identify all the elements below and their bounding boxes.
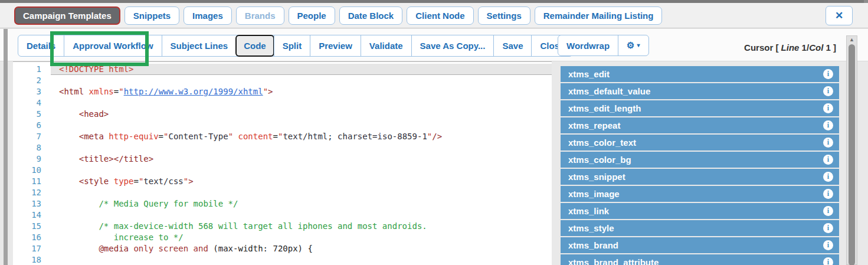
info-icon[interactable]: i [823, 86, 833, 96]
token-button-xtms-default-value[interactable]: xtms_default_valuei [561, 83, 839, 99]
code-line: 6 [13, 120, 552, 131]
token-sidebar: xtms_editixtms_default_valueixtms_edit_l… [561, 66, 839, 265]
line-content [51, 142, 552, 153]
token-label: xtms_style [568, 223, 614, 233]
token-label: xtms_repeat [568, 120, 620, 130]
token-label: xtms_image [568, 189, 620, 199]
wordwrap-button[interactable]: Wordwrap [558, 35, 618, 55]
tab-client-node[interactable]: Client Node [407, 6, 473, 25]
line-content: /* Media Query for mobile */ [51, 198, 552, 210]
tab-images[interactable]: Images [184, 6, 232, 25]
line-number: 13 [13, 198, 51, 210]
line-content [51, 97, 552, 109]
token-label: xtms_brand [568, 240, 618, 250]
settings-dropdown-button[interactable]: ⚙▾ [618, 35, 648, 55]
token-label: xtms_color_text [568, 138, 636, 148]
scroll-up-arrow-icon[interactable]: ▲ [847, 37, 857, 42]
token-button-xtms-link[interactable]: xtms_linki [561, 203, 839, 219]
code-line: 8 [13, 142, 552, 153]
save-as-copy-button[interactable]: Save As Copy... [411, 35, 494, 56]
code-button[interactable]: Code [235, 35, 274, 57]
subject-lines-button[interactable]: Subject Lines [162, 35, 237, 56]
split-button[interactable]: Split [274, 35, 310, 56]
code-line: 11 <style type="text/css"> [13, 176, 552, 187]
token-button-xtms-repeat[interactable]: xtms_repeati [561, 117, 839, 133]
line-number: 6 [13, 120, 51, 131]
line-content [51, 254, 552, 265]
line-number: 17 [13, 243, 51, 254]
line-content: <style type="text/css"> [51, 176, 552, 187]
line-number: 11 [13, 176, 51, 187]
info-icon[interactable]: i [823, 189, 833, 199]
token-button-xtms-brand[interactable]: xtms_brandi [561, 237, 839, 253]
close-icon[interactable]: ✕ [826, 6, 853, 25]
info-icon[interactable]: i [823, 172, 833, 182]
tab-remainder-mailing-listing[interactable]: Remainder Mailing Listing [535, 6, 663, 25]
info-icon[interactable]: i [823, 138, 833, 148]
line-number: 2 [13, 75, 51, 86]
vertical-scrollbar[interactable]: ▲ [846, 35, 857, 265]
line-content: <meta http-equiv="Content-Type" content=… [51, 131, 552, 142]
code-line: 12 [13, 187, 552, 198]
window-edge-bar [4, 29, 8, 265]
info-icon[interactable]: i [823, 155, 833, 165]
info-icon[interactable]: i [823, 240, 833, 250]
tab-date-block[interactable]: Date Block [339, 6, 403, 25]
token-button-xtms-color-text[interactable]: xtms_color_texti [561, 135, 839, 151]
line-content [51, 187, 552, 198]
token-button-xtms-brand-attribute[interactable]: xtms_brand_attributei [561, 254, 839, 265]
line-number: 4 [13, 97, 51, 109]
info-icon[interactable]: i [823, 257, 833, 265]
line-number: 15 [13, 221, 51, 232]
token-button-xtms-snippet[interactable]: xtms_snippeti [561, 169, 839, 185]
token-label: xtms_default_value [568, 86, 650, 96]
tab-snippets[interactable]: Snippets [125, 6, 179, 25]
code-line: 17 @media only screen and (max-width: 72… [13, 243, 552, 254]
info-icon[interactable]: i [823, 103, 833, 113]
token-label: xtms_brand_attribute [568, 257, 659, 265]
code-line: 10 [13, 165, 552, 176]
line-number: 9 [13, 153, 51, 165]
wordwrap-group: Wordwrap ⚙▾ [558, 35, 649, 56]
token-button-xtms-edit[interactable]: xtms_editi [561, 66, 839, 82]
line-content: /* max-device-width 568 will target all … [51, 221, 552, 232]
line-number: 5 [13, 109, 51, 120]
info-icon[interactable]: i [823, 120, 833, 130]
line-number: 7 [13, 131, 51, 142]
tab-brands[interactable]: Brands [236, 6, 284, 25]
code-editor[interactable]: 1<!DOCTYPE html>23<html xmlns="http://ww… [13, 61, 552, 265]
line-content: <!DOCTYPE html> [51, 64, 552, 75]
token-button-xtms-image[interactable]: xtms_imagei [561, 186, 839, 202]
line-number: 1 [13, 64, 51, 75]
approval-workflow-button[interactable]: Approval Workflow [64, 35, 161, 56]
save-button[interactable]: Save [493, 35, 531, 56]
line-content [51, 210, 552, 221]
preview-button[interactable]: Preview [310, 35, 361, 56]
code-line: 4 [13, 97, 552, 109]
scrollbar-thumb[interactable] [849, 44, 855, 265]
code-line: 9 <title></title> [13, 153, 552, 165]
code-line: 5 <head> [13, 109, 552, 120]
token-button-xtms-style[interactable]: xtms_stylei [561, 220, 839, 236]
token-label: xtms_edit_length [568, 103, 641, 113]
token-label: xtms_link [568, 206, 609, 216]
info-icon[interactable]: i [823, 223, 833, 233]
token-label: xtms_color_bg [568, 155, 631, 165]
info-icon[interactable]: i [823, 206, 833, 216]
line-content: <title></title> [51, 153, 552, 165]
code-line: 13 /* Media Query for mobile */ [13, 198, 552, 210]
tab-campaign-templates[interactable]: Campaign Templates [14, 6, 120, 25]
line-number: 8 [13, 142, 51, 153]
token-button-xtms-color-bg[interactable]: xtms_color_bgi [561, 152, 839, 168]
tab-bar: Campaign TemplatesSnippetsImagesBrandsPe… [0, 3, 868, 28]
tab-settings[interactable]: Settings [478, 6, 530, 25]
info-icon[interactable]: i [823, 69, 833, 79]
line-number: 14 [13, 210, 51, 221]
validate-button[interactable]: Validate [361, 35, 411, 56]
line-number: 10 [13, 165, 51, 176]
line-content [51, 165, 552, 176]
token-button-xtms-edit-length[interactable]: xtms_edit_lengthi [561, 100, 839, 116]
details-button[interactable]: Details [18, 35, 64, 56]
tab-people[interactable]: People [289, 6, 335, 25]
line-content: @media only screen and (max-width: 720px… [51, 243, 552, 254]
